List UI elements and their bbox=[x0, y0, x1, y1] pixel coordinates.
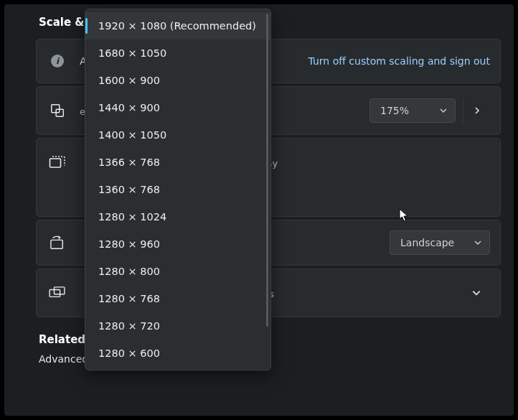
scale-icon bbox=[47, 103, 68, 118]
scale-combo-value: 175% bbox=[380, 105, 409, 116]
scale-combo[interactable]: 175% bbox=[369, 98, 456, 123]
resolution-option[interactable]: 1440 × 900 bbox=[85, 94, 270, 121]
resolution-option[interactable]: 1680 × 1050 bbox=[85, 39, 270, 67]
resolution-subtext-fragment: display bbox=[245, 158, 490, 169]
resolution-option[interactable]: 1400 × 1050 bbox=[85, 121, 270, 149]
multiple-displays-expand[interactable] bbox=[463, 279, 490, 307]
info-icon: i bbox=[47, 55, 68, 67]
resolution-option[interactable]: 1366 × 768 bbox=[85, 149, 270, 176]
svg-rect-4 bbox=[50, 290, 60, 297]
resolution-option[interactable]: 1360 × 768 bbox=[85, 176, 270, 203]
svg-rect-2 bbox=[50, 159, 61, 167]
svg-rect-5 bbox=[55, 287, 65, 294]
multiple-subtext-fragment: splays bbox=[245, 289, 456, 299]
resolution-dropdown[interactable]: 1920 × 1080 (Recommended)1680 × 10501600… bbox=[85, 9, 271, 370]
scale-expand-button[interactable] bbox=[463, 97, 490, 124]
resolution-option[interactable]: 1280 × 1024 bbox=[85, 203, 270, 230]
turn-off-custom-scaling-link[interactable]: Turn off custom scaling and sign out bbox=[309, 55, 490, 67]
svg-rect-3 bbox=[51, 240, 62, 248]
svg-rect-0 bbox=[52, 105, 60, 113]
multiple-displays-icon bbox=[47, 286, 68, 299]
orientation-combo[interactable]: Landscape bbox=[390, 230, 490, 255]
chevron-down-icon bbox=[474, 238, 482, 247]
resolution-option[interactable]: 1280 × 960 bbox=[85, 230, 270, 258]
resolution-option[interactable]: 1280 × 800 bbox=[85, 258, 270, 285]
orientation-icon bbox=[47, 235, 68, 250]
resolution-option[interactable]: 1280 × 720 bbox=[85, 312, 270, 340]
resolution-icon bbox=[47, 156, 68, 170]
dropdown-scrollbar[interactable] bbox=[266, 14, 268, 327]
chevron-down-icon bbox=[439, 106, 448, 115]
resolution-option[interactable]: 1920 × 1080 (Recommended) bbox=[85, 12, 270, 39]
resolution-option[interactable]: 1280 × 768 bbox=[85, 285, 270, 312]
orientation-combo-value: Landscape bbox=[400, 237, 454, 248]
resolution-option[interactable]: 1280 × 600 bbox=[85, 340, 270, 367]
resolution-option[interactable]: 1600 × 900 bbox=[85, 67, 270, 94]
